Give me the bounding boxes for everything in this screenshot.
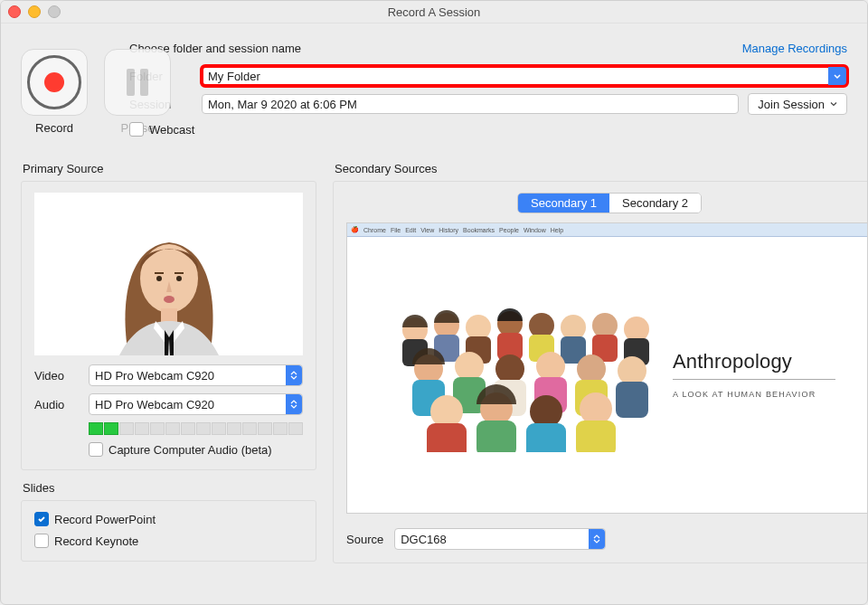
record-powerpoint-checkbox[interactable]: Record PowerPoint (34, 512, 303, 526)
slides-title: Slides (23, 481, 316, 495)
people-group-illustration (383, 298, 673, 452)
svg-rect-3 (155, 272, 164, 274)
captured-slide: Anthropology A LOOK AT HUMAN BEHAVIOR (347, 237, 868, 513)
svg-point-15 (529, 313, 554, 338)
chevron-down-icon (830, 100, 837, 108)
svg-rect-36 (427, 423, 467, 452)
session-value: Mon, Mar 9 2020 at 6:06 PM (208, 98, 357, 111)
svg-point-21 (624, 317, 649, 342)
svg-rect-38 (476, 421, 516, 452)
primary-source-title: Primary Source (23, 162, 316, 175)
window-title: Record A Session (1, 5, 867, 19)
svg-point-35 (430, 395, 463, 428)
folder-select[interactable]: My Folder (202, 66, 847, 86)
svg-point-39 (530, 395, 562, 428)
slides-section: Slides Record PowerPoint Record Keynote (21, 481, 316, 562)
capture-computer-audio-checkbox[interactable]: Capture Computer Audio (beta) (89, 442, 303, 457)
pause-icon (127, 69, 148, 96)
transport-controls: Record Pause (21, 42, 102, 144)
captured-menubar: 🍎ChromeFileEditViewHistoryBookmarksPeopl… (347, 223, 868, 237)
audio-source-select[interactable]: HD Pro Webcam C920 (89, 393, 303, 415)
join-session-button[interactable]: Join Session (748, 93, 847, 115)
slide-subtitle: A LOOK AT HUMAN BEHAVIOR (673, 389, 835, 401)
audio-level-meter (89, 422, 303, 435)
updown-icon (286, 365, 302, 385)
svg-rect-34 (616, 382, 648, 418)
record-label: Record (35, 121, 73, 135)
video-label: Video (34, 369, 80, 383)
titlebar: Record A Session (1, 1, 867, 24)
svg-point-29 (536, 352, 565, 381)
svg-point-19 (592, 313, 618, 338)
checkbox-icon (129, 122, 144, 137)
secondary-sources-section: Secondary Sources Secondary 1 Secondary … (333, 162, 868, 563)
divider (673, 379, 835, 380)
svg-point-2 (176, 276, 182, 281)
svg-rect-42 (576, 421, 616, 452)
audio-label: Audio (34, 398, 80, 411)
svg-point-17 (561, 315, 586, 340)
tab-secondary-2[interactable]: Secondary 2 (609, 194, 701, 213)
checkbox-icon (89, 442, 103, 457)
updown-icon (589, 529, 605, 549)
webcast-checkbox[interactable]: Webcast (129, 122, 194, 137)
session-form: Choose folder and session name Manage Re… (129, 42, 847, 144)
secondary-sources-title: Secondary Sources (335, 162, 868, 175)
record-icon (27, 55, 81, 109)
video-source-select[interactable]: HD Pro Webcam C920 (89, 364, 303, 386)
svg-point-5 (164, 296, 175, 303)
svg-point-31 (577, 354, 606, 383)
secondary-tabs: Secondary 1 Secondary 2 (517, 193, 702, 213)
manage-recordings-link[interactable]: Manage Recordings (742, 42, 847, 55)
primary-video-preview (34, 193, 303, 355)
pause-button (104, 49, 171, 116)
svg-point-25 (455, 352, 484, 381)
record-session-window: Record A Session Record Pause (0, 0, 868, 605)
primary-source-section: Primary Source (21, 162, 316, 470)
checkbox-icon (34, 534, 49, 548)
svg-point-41 (580, 392, 612, 425)
svg-rect-40 (526, 423, 566, 452)
secondary-source-select[interactable]: DGC168 (394, 528, 606, 550)
folder-value: My Folder (208, 70, 260, 83)
updown-icon (286, 394, 302, 414)
svg-point-11 (466, 315, 491, 340)
chevron-down-icon (832, 71, 843, 81)
checkbox-checked-icon (34, 512, 49, 526)
source-label: Source (346, 533, 383, 546)
svg-point-27 (495, 354, 524, 383)
svg-point-1 (156, 276, 162, 281)
svg-rect-4 (175, 272, 184, 274)
secondary-preview: 🍎ChromeFileEditViewHistoryBookmarksPeopl… (346, 222, 868, 514)
person-illustration (83, 193, 255, 355)
slide-title: Anthropology (673, 350, 835, 373)
tab-secondary-1[interactable]: Secondary 1 (518, 194, 609, 213)
record-keynote-checkbox[interactable]: Record Keynote (34, 534, 303, 548)
session-name-input[interactable]: Mon, Mar 9 2020 at 6:06 PM (202, 94, 739, 114)
svg-point-33 (618, 356, 646, 385)
record-button[interactable] (21, 49, 88, 116)
